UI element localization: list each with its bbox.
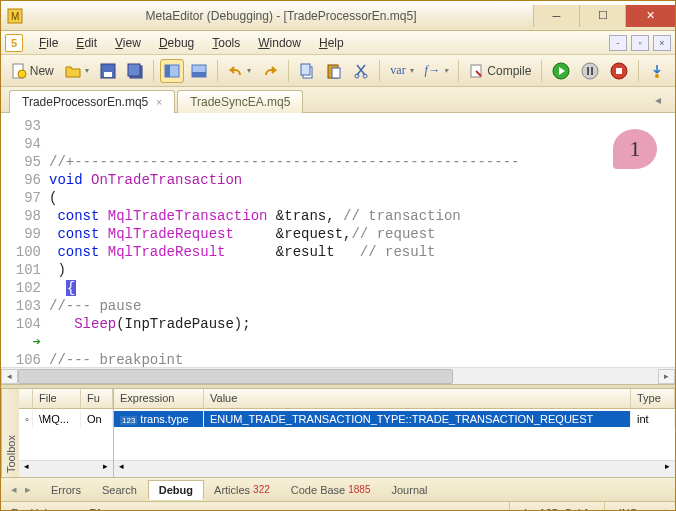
annotation-marker: 1 <box>613 129 657 169</box>
svg-rect-5 <box>104 72 112 77</box>
svg-rect-13 <box>301 64 310 75</box>
toolbar: New ▾ ▾ var▾ f→▾ Compile <box>1 55 675 87</box>
scroll-right-button[interactable]: ▸ <box>658 369 675 384</box>
menu-debug[interactable]: Debug <box>151 34 202 52</box>
save-all-button[interactable] <box>123 59 147 83</box>
svg-point-25 <box>655 74 659 78</box>
folder-open-icon <box>65 64 81 78</box>
compile-button[interactable]: Compile <box>465 59 536 83</box>
toggle-toolbox-button[interactable] <box>187 59 211 83</box>
mdi-minimize-button[interactable]: - <box>609 35 627 51</box>
tab-debug[interactable]: Debug <box>148 480 204 500</box>
mdi-close-button[interactable]: × <box>653 35 671 51</box>
copy-button[interactable] <box>295 59 319 83</box>
redo-icon <box>262 64 278 78</box>
tab-tradesync[interactable]: TradeSyncEA.mq5 <box>177 90 303 113</box>
svg-point-3 <box>18 70 26 78</box>
debug-pause-button[interactable] <box>577 59 603 83</box>
editor-icon: 5 <box>5 34 23 52</box>
app-icon: M <box>1 8 29 24</box>
mdi-restore-button[interactable]: ▫ <box>631 35 649 51</box>
col-func[interactable]: Fu <box>81 389 113 408</box>
code-area[interactable]: //+-------------------------------------… <box>47 113 675 367</box>
list-vars-button[interactable]: var▾ <box>386 59 417 83</box>
save-icon <box>100 63 116 79</box>
col-type[interactable]: Type <box>631 389 675 408</box>
tab-journal[interactable]: Journal <box>381 481 438 499</box>
toolbox-label[interactable]: Toolbox <box>1 389 19 477</box>
step-into-icon <box>649 63 665 79</box>
svg-text:M: M <box>11 11 19 22</box>
statusbar: For Help, press F1 Ln 105, Col 1 INS ◢ <box>1 501 675 511</box>
tab-search[interactable]: Search <box>92 481 148 499</box>
paste-icon <box>326 63 342 79</box>
new-button[interactable]: New <box>7 59 58 83</box>
compile-icon <box>469 63 485 79</box>
svg-rect-21 <box>587 67 589 75</box>
stack-row[interactable]: ◦ \MQ... On <box>19 409 113 429</box>
svg-rect-7 <box>128 64 140 76</box>
save-all-icon <box>127 63 143 79</box>
watch-row[interactable]: 123trans.type ENUM_TRADE_TRANSACTION_TYP… <box>114 409 675 429</box>
scroll-left-button[interactable]: ◂ <box>1 369 18 384</box>
maximize-button[interactable]: ☐ <box>579 5 625 27</box>
tab-scroll-left-icon[interactable]: ◂ <box>649 93 667 107</box>
open-button[interactable]: ▾ <box>61 59 93 83</box>
step-into-button[interactable] <box>645 59 669 83</box>
panel-bottom-icon <box>191 64 207 78</box>
document-tabstrip: TradeProcessorEn.mq5× TradeSyncEA.mq5 ◂ <box>1 87 675 113</box>
panel-left-icon <box>164 64 180 78</box>
btab-scroll-left[interactable]: ◂ <box>7 483 21 496</box>
tab-articles[interactable]: Articles322 <box>204 481 281 499</box>
undo-icon <box>228 64 244 78</box>
copy-icon <box>299 63 315 79</box>
watch-panel: Expression Value Type 123trans.type ENUM… <box>114 389 675 477</box>
tab-close-icon[interactable]: × <box>156 97 162 108</box>
tab-codebase[interactable]: Code Base1885 <box>281 481 382 499</box>
status-insert-mode: INS <box>604 502 651 511</box>
menu-edit[interactable]: Edit <box>68 34 105 52</box>
undo-button[interactable]: ▾ <box>224 59 256 83</box>
list-funcs-button[interactable]: f→▾ <box>421 59 452 83</box>
svg-rect-11 <box>192 72 206 77</box>
redo-button[interactable] <box>258 59 282 83</box>
toggle-navigator-button[interactable] <box>160 59 184 83</box>
svg-rect-15 <box>332 68 340 78</box>
call-stack-panel: File Fu ◦ \MQ... On ◂▸ <box>19 389 114 477</box>
menu-tools[interactable]: Tools <box>204 34 248 52</box>
svg-rect-24 <box>616 68 622 74</box>
btab-scroll-right[interactable]: ▸ <box>21 483 35 496</box>
toolbox-tabstrip: ◂▸ Errors Search Debug Articles322 Code … <box>1 477 675 501</box>
svg-rect-22 <box>591 67 593 75</box>
menu-view[interactable]: View <box>107 34 149 52</box>
col-file[interactable]: File <box>33 389 81 408</box>
close-button[interactable]: ✕ <box>625 5 675 27</box>
resize-grip[interactable]: ◢ <box>651 506 665 511</box>
scroll-thumb[interactable] <box>18 369 453 384</box>
col-value[interactable]: Value <box>204 389 631 408</box>
menu-window[interactable]: Window <box>250 34 309 52</box>
debug-start-button[interactable] <box>548 59 574 83</box>
status-position: Ln 105, Col 1 <box>509 502 603 511</box>
tab-errors[interactable]: Errors <box>41 481 92 499</box>
tab-tradeprocessor[interactable]: TradeProcessorEn.mq5× <box>9 90 175 113</box>
cut-icon <box>353 63 369 79</box>
debug-stop-button[interactable] <box>606 59 632 83</box>
svg-rect-9 <box>165 65 170 77</box>
paste-button[interactable] <box>322 59 346 83</box>
col-expression[interactable]: Expression <box>114 389 204 408</box>
status-help: For Help, press F1 <box>11 507 102 512</box>
menu-help[interactable]: Help <box>311 34 352 52</box>
play-icon <box>552 62 570 80</box>
line-gutter: 93949596979899100101102103104➔106 <box>1 113 47 367</box>
new-file-icon <box>11 63 27 79</box>
cut-button[interactable] <box>349 59 373 83</box>
pause-icon <box>581 62 599 80</box>
menu-file[interactable]: File <box>31 34 66 52</box>
titlebar: M MetaEditor (Debugging) - [TradeProcess… <box>1 1 675 31</box>
minimize-button[interactable]: ─ <box>533 5 579 27</box>
code-editor[interactable]: 93949596979899100101102103104➔106 //+---… <box>1 113 675 367</box>
menubar: 5 File Edit View Debug Tools Window Help… <box>1 31 675 55</box>
save-button[interactable] <box>96 59 120 83</box>
editor-hscrollbar[interactable]: ◂ ▸ <box>1 367 675 384</box>
